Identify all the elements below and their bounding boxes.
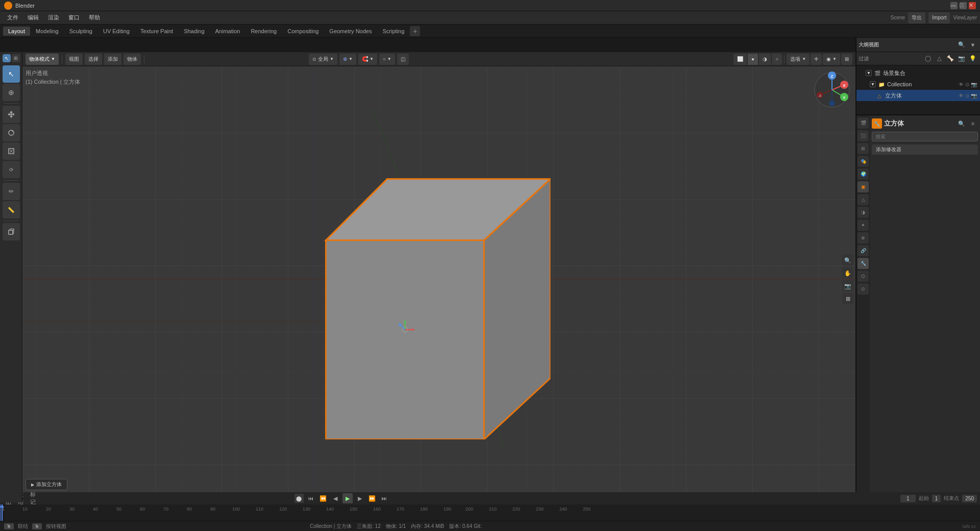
xray-toggle[interactable]: ◫ [397, 54, 409, 65]
export-button[interactable]: 导出 [908, 12, 925, 23]
viewport-3d[interactable]: 用户透视 (1) Collection | 立方体 X -X Y Z [22, 66, 855, 492]
scene-collection-row[interactable]: ▼ 🎬 场景集合 [856, 67, 980, 79]
menu-file[interactable]: 文件 [3, 13, 22, 22]
tab-shading[interactable]: Shading [179, 27, 209, 36]
tool-rotate[interactable] [3, 124, 20, 141]
tab-uv-editing[interactable]: UV Editing [98, 27, 135, 36]
tool-move[interactable] [3, 106, 20, 123]
tab-rendering[interactable]: Rendering [246, 27, 282, 36]
overlays-button[interactable]: ◉ ▼ [823, 54, 840, 65]
start-frame-input[interactable]: 1 [932, 495, 941, 502]
properties-search[interactable]: 🔍 [957, 118, 967, 129]
add-modifier-button[interactable]: 添加修改器 [872, 144, 978, 155]
viewport-hand-tool[interactable]: ✋ [842, 268, 853, 279]
collection-expand[interactable]: ▼ [870, 81, 876, 87]
view-layer-tab[interactable]: ⊞ [857, 143, 869, 154]
outliner-filter-btn[interactable]: ▼ [968, 40, 978, 50]
gizmo-toggle[interactable]: ✛ [811, 54, 822, 65]
material-shading[interactable]: ◑ [759, 54, 771, 65]
material-tab[interactable]: ◑ [857, 207, 869, 218]
filter-light[interactable]: 💡 [968, 54, 978, 64]
tool-add-cube[interactable] [3, 223, 20, 240]
operator-bar[interactable]: 添加立方体 [26, 479, 67, 490]
object-row[interactable]: △ 立方体 👁 ⊙ 📷 [856, 90, 980, 101]
maximize-button[interactable]: □ [960, 2, 967, 9]
add-workspace-button[interactable]: + [410, 26, 420, 36]
global-orientation[interactable]: ⊙ 全局 ▼ [309, 54, 337, 65]
properties-options[interactable]: ≡ [968, 118, 978, 129]
current-frame-input[interactable]: 1 [900, 495, 916, 502]
menu-help[interactable]: 帮助 [85, 13, 104, 22]
filter-mesh[interactable]: △ [934, 54, 944, 64]
xray-button2[interactable]: ⊞ [841, 54, 852, 65]
collection-visibility[interactable]: 👁 [959, 82, 964, 87]
solid-shading[interactable]: ● [748, 54, 758, 65]
proportional-edit[interactable]: ○ ▼ [379, 54, 395, 65]
tool-box[interactable]: ⊞ [12, 54, 20, 62]
tab-animation[interactable]: Animation [210, 27, 246, 36]
collection-render[interactable]: 📷 [971, 82, 977, 87]
viewport-zoom-in[interactable]: 🔍 [842, 255, 853, 266]
tool-select-box[interactable]: ↖ [3, 65, 20, 83]
object-selectable[interactable]: ⊙ [965, 93, 969, 99]
tab-geometry-nodes[interactable]: Geometry Nodes [324, 27, 377, 36]
next-frame-btn[interactable]: ▶ [355, 493, 365, 503]
end-frame-input[interactable]: 250 [962, 495, 977, 502]
tool-annotate[interactable]: ✏ [3, 183, 20, 200]
constraints-tab[interactable]: 🔗 [857, 245, 869, 256]
tool-measure[interactable]: 📏 [3, 201, 20, 219]
viewport-ortho[interactable]: ⊞ [842, 293, 853, 304]
particles-tab[interactable]: ✦ [857, 220, 869, 231]
tab-compositing[interactable]: Compositing [282, 27, 324, 36]
visual-geometry-tab[interactable]: ⌬ [857, 271, 869, 282]
snap-button[interactable]: 🧲 ▼ [358, 54, 377, 65]
add-menu-button[interactable]: 添加 [104, 54, 121, 65]
viewport-options[interactable]: 选项 ▼ [787, 54, 810, 65]
wireframe-shading[interactable]: ⬜ [733, 54, 747, 65]
object-menu-button[interactable]: 物体 [124, 54, 141, 65]
object-data-tab[interactable]: ⊙ [857, 283, 869, 295]
mesh-tab[interactable]: △ [857, 194, 869, 205]
next-keyframe-btn[interactable]: ⏩ [367, 493, 377, 503]
tab-modeling[interactable]: Modeling [31, 27, 64, 36]
collection-row[interactable]: ▼ 📁 Collection 👁 ⊙ 📷 [856, 79, 980, 90]
jump-start-btn[interactable]: ⏮ [306, 493, 316, 503]
render-properties-tab[interactable]: 🎬 [857, 117, 869, 129]
pivot-button[interactable]: ⊕ ▼ [339, 54, 356, 65]
object-mode-selector[interactable]: 物体模式 ▼ [26, 54, 59, 65]
tool-transform[interactable]: ⟳ [3, 161, 20, 178]
prev-frame-btn[interactable]: ◀ [330, 493, 340, 503]
output-properties-tab[interactable]: ⬛ [857, 130, 869, 141]
view-menu-button[interactable]: 视图 [65, 54, 83, 65]
physics-tab[interactable]: ⊗ [857, 232, 869, 244]
collection-viewport[interactable]: ⊙ [965, 82, 969, 87]
object-render[interactable]: 📷 [971, 93, 977, 99]
filter-camera[interactable]: 📷 [957, 54, 967, 64]
nav-gizmo[interactable]: X -X Y Z [813, 70, 851, 109]
menu-edit[interactable]: 编辑 [23, 13, 43, 22]
properties-search-input[interactable] [872, 132, 978, 141]
filter-objects[interactable]: ◯ [923, 54, 933, 64]
tool-cursor[interactable]: ⊕ [3, 84, 20, 101]
object-visibility[interactable]: 👁 [959, 93, 964, 99]
jump-end-btn[interactable]: ⏭ [379, 493, 389, 503]
world-tab[interactable]: 🌍 [857, 168, 869, 180]
outliner-search-btn[interactable]: 🔍 [957, 40, 967, 50]
close-button[interactable]: ✕ [969, 2, 976, 9]
filter-armature[interactable]: 🦴 [945, 54, 955, 64]
timeline-ruler[interactable]: 1 10 20 30 40 50 60 70 80 90 100 110 120… [0, 504, 980, 521]
scene-expand[interactable]: ▼ [866, 70, 872, 76]
rendered-shading[interactable]: ○ [772, 54, 782, 65]
modifiers-tab[interactable]: 🔧 [857, 258, 869, 269]
tool-scale[interactable] [3, 142, 20, 160]
menu-render[interactable]: 渲染 [44, 13, 63, 22]
scene-tab[interactable]: 🎭 [857, 156, 869, 167]
tab-layout[interactable]: Layout [3, 27, 30, 36]
import-button[interactable]: Import [928, 12, 950, 23]
play-btn[interactable]: ▶ [342, 493, 353, 503]
select-menu-button[interactable]: 选择 [85, 54, 102, 65]
viewport-camera[interactable]: 📷 [842, 280, 853, 292]
tab-texture-paint[interactable]: Texture Paint [135, 27, 178, 36]
menu-window[interactable]: 窗口 [64, 13, 84, 22]
tool-cursor[interactable]: ↖ [3, 54, 11, 62]
